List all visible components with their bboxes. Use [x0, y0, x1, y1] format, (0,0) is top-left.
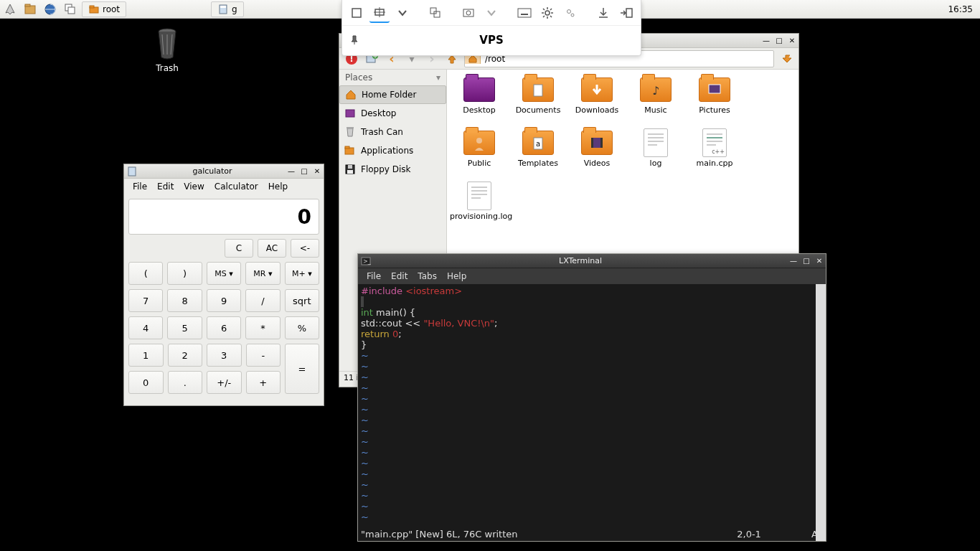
file-item-provisioning-log[interactable]: provisioning.log [450, 182, 509, 230]
calc-btn-eq[interactable]: = [285, 344, 319, 394]
maximize-button[interactable]: □ [801, 256, 812, 266]
file-item-log[interactable]: log [626, 128, 685, 177]
file-manager-launcher[interactable] [22, 1, 39, 18]
menu-file[interactable]: File [362, 270, 385, 283]
novnc-chevron-down-icon[interactable] [481, 3, 501, 23]
sidebar-place-home-folder[interactable]: Home Folder [339, 85, 446, 104]
places-header[interactable]: Places ▾ [339, 70, 446, 85]
maximize-button[interactable]: □ [298, 166, 310, 176]
menu-view[interactable]: View [179, 180, 208, 193]
file-item-main-cpp[interactable]: c++main.cpp [685, 128, 744, 177]
calc-btn-rparen[interactable]: ) [167, 262, 202, 285]
menu-edit[interactable]: Edit [153, 180, 178, 193]
file-item-music[interactable]: ♪Music [626, 75, 685, 124]
calc-btn-btn[interactable]: +/- [207, 371, 242, 394]
calc-btn-ac[interactable]: AC [258, 239, 286, 258]
taskbar-item-galculator[interactable]: g [211, 1, 244, 17]
nav-go-button[interactable] [778, 51, 794, 67]
calc-btn-m[interactable]: M+ ▾ [285, 262, 319, 285]
close-button[interactable]: ✕ [814, 256, 825, 266]
file-item-pictures[interactable]: Pictures [685, 75, 744, 124]
item-icon [580, 128, 614, 157]
novnc-pointer-button[interactable] [369, 3, 390, 23]
chevron-down-icon: ▾ [436, 72, 440, 83]
calculator-titlebar[interactable]: galculator — □ ✕ [124, 164, 324, 179]
novnc-settings-small-button[interactable] [560, 3, 580, 23]
calc-btn-ms[interactable]: MS ▾ [207, 262, 241, 285]
file-item-videos[interactable]: Videos [567, 128, 626, 177]
menu-help[interactable]: Help [264, 180, 292, 193]
calc-btn-5[interactable]: 5 [167, 316, 202, 339]
file-item-desktop[interactable]: Desktop [450, 75, 509, 124]
calc-btn-dot[interactable]: . [168, 371, 203, 394]
svg-text:a: a [536, 140, 540, 148]
menu-edit[interactable]: Edit [387, 270, 412, 283]
calc-btn-mr[interactable]: MR ▾ [245, 262, 280, 285]
menu-file[interactable]: File [128, 180, 151, 193]
menu-help[interactable]: Help [443, 270, 471, 283]
taskbar-item-label: root [103, 4, 120, 14]
menu-calculator[interactable]: Calculator [210, 180, 263, 193]
calc-btn-pct[interactable]: % [285, 316, 319, 339]
item-icon [580, 75, 614, 104]
item-icon [697, 75, 732, 104]
calc-btn-mul[interactable]: * [245, 316, 280, 339]
novnc-settings-button[interactable] [537, 3, 557, 23]
calc-btn-sub[interactable]: - [246, 344, 281, 367]
home-icon [344, 88, 357, 101]
novnc-download-button[interactable] [593, 3, 613, 23]
sidebar-place-floppy-disk[interactable]: Floppy Disk [339, 160, 446, 179]
close-button[interactable]: ✕ [786, 36, 798, 46]
novnc-title-bar: VPS [342, 26, 641, 55]
sidebar-place-trash-can[interactable]: Trash Can [339, 123, 446, 141]
minimize-button[interactable]: — [788, 256, 799, 266]
calc-btn-sqrt[interactable]: sqrt [285, 289, 319, 312]
calc-btn-3[interactable]: 3 [207, 344, 242, 367]
terminal-body[interactable]: #include <iostream> int main() { std::co… [358, 284, 826, 541]
calc-btn-[interactable]: <- [291, 239, 319, 258]
file-item-public[interactable]: Public [450, 128, 509, 177]
calc-btn-1[interactable]: 1 [128, 344, 164, 367]
novnc-drag-button[interactable] [347, 3, 367, 23]
floppy-icon [344, 163, 357, 176]
desktop-icon-label: Trash [142, 63, 192, 73]
pin-icon[interactable] [349, 35, 359, 45]
file-item-templates[interactable]: aTemplates [509, 128, 567, 177]
calc-btn-8[interactable]: 8 [167, 289, 202, 312]
terminal-scrollbar[interactable] [816, 284, 826, 541]
file-item-documents[interactable]: Documents [509, 75, 567, 124]
calc-btn-2[interactable]: 2 [168, 344, 203, 367]
sidebar-place-desktop[interactable]: Desktop [339, 104, 446, 123]
file-item-downloads[interactable]: Downloads [567, 75, 626, 124]
calc-btn-6[interactable]: 6 [207, 316, 241, 339]
calc-btn-9[interactable]: 9 [207, 289, 241, 312]
novnc-zoom-button[interactable] [458, 3, 479, 23]
close-button[interactable]: ✕ [311, 166, 323, 176]
terminal-titlebar[interactable]: >_ LXTerminal — □ ✕ [358, 254, 826, 268]
novnc-chevron-down-icon[interactable] [392, 3, 413, 23]
minimize-button[interactable]: — [760, 36, 772, 46]
calc-btn-4[interactable]: 4 [128, 316, 163, 339]
item-icon [462, 75, 496, 104]
browser-launcher[interactable] [42, 1, 59, 18]
sidebar-place-applications[interactable]: Applications [339, 141, 446, 160]
calc-btn-7[interactable]: 7 [128, 289, 163, 312]
novnc-windows-button[interactable] [425, 3, 446, 23]
calc-btn-0[interactable]: 0 [128, 371, 164, 394]
taskbar-item-root[interactable]: root [82, 1, 126, 17]
minimize-button[interactable]: — [286, 166, 297, 176]
calc-btn-c[interactable]: C [225, 239, 253, 258]
svg-rect-4 [68, 7, 75, 14]
iconify-button[interactable] [62, 1, 79, 18]
svg-rect-39 [347, 170, 353, 174]
calc-btn-lparen[interactable]: ( [128, 262, 163, 285]
maximize-button[interactable]: □ [773, 36, 785, 46]
menu-tabs[interactable]: Tabs [413, 270, 441, 283]
start-menu-button[interactable] [1, 1, 19, 18]
calc-btn-add[interactable]: + [246, 371, 281, 394]
calc-btn-div[interactable]: / [245, 289, 280, 312]
novnc-disconnect-button[interactable] [616, 3, 636, 23]
svg-rect-38 [348, 165, 352, 169]
novnc-keyboard-button[interactable] [514, 3, 534, 23]
desktop-icon-trash[interactable]: Trash [142, 26, 192, 73]
